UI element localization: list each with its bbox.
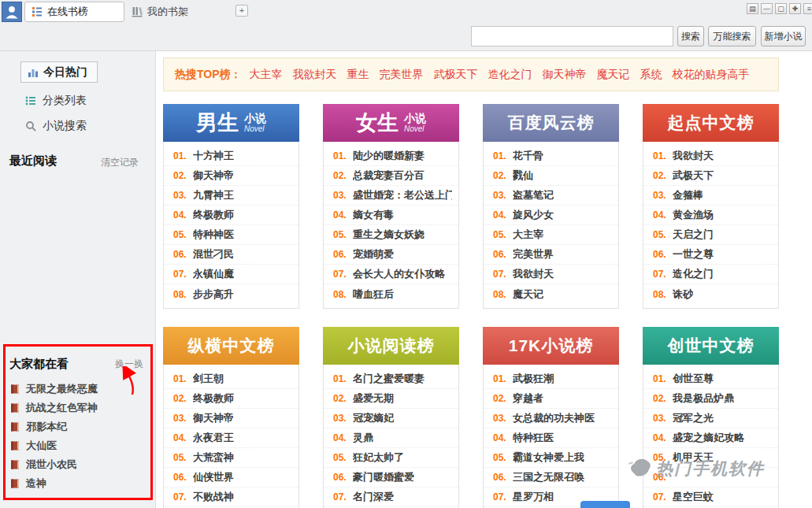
board-item[interactable]: 04.嫡女有毒 <box>324 206 458 225</box>
board-header[interactable]: 起点中文榜 <box>643 104 779 142</box>
board-item[interactable]: 04.旋风少女 <box>484 206 618 225</box>
board-item[interactable]: 01.陆少的暖婚新妻 <box>324 146 458 166</box>
book-title[interactable]: 魔天记 <box>513 287 543 302</box>
book-title[interactable]: 名门深爱 <box>353 490 394 504</box>
book-row[interactable]: 邪影本纪 <box>9 417 150 436</box>
hot-keyword[interactable]: 魔天记 <box>597 68 630 82</box>
hot-keyword[interactable]: 御天神帝 <box>543 68 587 82</box>
book-title[interactable]: 戮仙 <box>513 169 533 183</box>
board-item[interactable]: 07.会长大人的女仆攻略 <box>324 265 458 284</box>
book-title[interactable]: 天启之门 <box>673 228 714 242</box>
user-avatar[interactable] <box>2 2 22 22</box>
board-item[interactable]: 06.混世刁民 <box>164 245 298 265</box>
board-item[interactable]: 07.永镇仙魔 <box>164 265 298 284</box>
book-title[interactable]: 机甲天王 <box>673 451 714 465</box>
minimize-button[interactable]: — <box>761 3 773 14</box>
hot-keyword[interactable]: 大主宰 <box>250 68 283 82</box>
book-title[interactable]: 总裁宠妻百分百 <box>353 169 425 183</box>
add-window-button[interactable]: ✚ <box>789 3 801 14</box>
board-item[interactable]: 02.盛爱无期 <box>324 389 458 409</box>
book-title[interactable]: 重生之嫡女妖娆 <box>353 228 425 242</box>
board-item[interactable]: 01.创世至尊 <box>643 369 778 389</box>
board-header[interactable]: 百度风云榜 <box>483 104 619 142</box>
book-title[interactable]: 抗战之红色军神 <box>26 401 98 415</box>
board-header[interactable]: 女生 小说Novel <box>323 104 459 142</box>
board-item[interactable]: 04.黄金渔场 <box>643 206 778 225</box>
board-item[interactable]: 08.嗜血狂后 <box>324 284 458 304</box>
book-title[interactable]: 穿越者 <box>513 391 543 406</box>
board-item[interactable]: 02.戮仙 <box>484 166 618 186</box>
book-title[interactable]: 陆少的暖婚新妻 <box>353 149 425 163</box>
book-title[interactable]: 特种神医 <box>193 228 234 242</box>
board-item[interactable]: 03.盛世婚宠：老公送上门 <box>324 186 458 206</box>
board-item[interactable]: 01.我欲封天 <box>643 146 778 166</box>
board-item[interactable]: 08.魔天记 <box>484 284 618 304</box>
board-item[interactable]: 06.豪门暖婚蜜爱 <box>324 468 458 488</box>
board-item[interactable]: 03.金箍棒 <box>643 186 778 206</box>
book-title[interactable]: 永夜君王 <box>193 431 234 445</box>
book-title[interactable]: 步步高升 <box>193 287 234 302</box>
book-title[interactable]: 嗜血狂后 <box>353 287 394 302</box>
board-item[interactable]: 07.不败战神 <box>164 488 298 507</box>
book-row[interactable]: 抗战之红色军神 <box>9 399 150 417</box>
book-title[interactable]: 三国之无限召唤 <box>513 470 584 484</box>
board-item[interactable]: 06.宠婚萌爱 <box>324 245 458 265</box>
book-title[interactable]: 霸道女神爱上我 <box>513 451 584 465</box>
hot-keyword[interactable]: 校花的贴身高手 <box>673 68 750 82</box>
board-item[interactable]: 06.仙侠世界 <box>164 468 298 488</box>
search-input[interactable] <box>471 26 673 46</box>
book-title[interactable]: 我是极品炉鼎 <box>673 391 734 406</box>
board-item[interactable]: 05.重生之嫡女妖娆 <box>324 225 458 245</box>
board-item[interactable]: 07.我欲封天 <box>484 265 618 284</box>
book-title[interactable]: 无限之最终恶魔 <box>26 382 98 396</box>
board-header[interactable]: 17K小说榜 <box>483 327 619 365</box>
board-item[interactable]: 04.特种狂医 <box>484 428 618 448</box>
book-title[interactable]: 我欲封天 <box>513 267 554 281</box>
hot-keyword[interactable]: 系统 <box>640 68 662 82</box>
board-item[interactable]: 03.冠军之光 <box>643 409 778 428</box>
book-title[interactable]: 大荒蛮神 <box>193 451 234 465</box>
board-item[interactable]: 01.名门之蜜爱暖妻 <box>324 369 458 389</box>
search-button[interactable]: 搜索 <box>677 26 704 46</box>
book-title[interactable]: 星空巨蚊 <box>673 490 714 504</box>
book-title[interactable]: 大主宰 <box>513 228 543 242</box>
book-title[interactable]: 豪门暖婚蜜爱 <box>353 470 414 484</box>
maximize-button[interactable]: ▢ <box>775 3 787 14</box>
book-title[interactable]: 终极教师 <box>193 208 234 222</box>
book-title[interactable]: 完美世界 <box>513 247 554 261</box>
sidebar-item-novel-search[interactable]: 小说搜索 <box>25 119 87 133</box>
book-title[interactable]: 不败战神 <box>193 490 234 504</box>
add-novel-button[interactable]: 新增小说 <box>761 26 806 46</box>
book-title[interactable]: 武极狂潮 <box>513 372 554 386</box>
hot-keyword[interactable]: 完美世界 <box>380 68 424 82</box>
book-title[interactable]: 混世小农民 <box>26 458 77 472</box>
book-title[interactable]: 邪影本纪 <box>26 420 67 434</box>
board-item[interactable]: 05.大荒蛮神 <box>164 448 298 468</box>
board-item[interactable]: 04.终极教师 <box>164 206 298 225</box>
board-item[interactable]: 03.九霄神王 <box>164 186 298 206</box>
book-title[interactable]: 盛宠之嫡妃攻略 <box>673 431 744 445</box>
book-title[interactable]: 女总裁的功夫神医 <box>513 411 595 425</box>
sidebar-item-category-list[interactable]: 分类列表 <box>25 94 87 108</box>
book-row[interactable]: 造神 <box>9 474 150 493</box>
skin-icon[interactable]: ▤ <box>747 3 758 14</box>
book-title[interactable]: 灵鼎 <box>353 431 373 445</box>
clear-history-link[interactable]: 清空记录 <box>101 156 139 169</box>
board-item[interactable]: 07.星空巨蚊 <box>643 488 778 507</box>
board-item[interactable]: 06.完美世界 <box>484 245 618 265</box>
board-item[interactable]: 07.造化之门 <box>643 265 778 284</box>
book-title[interactable]: 诛砂 <box>673 287 693 302</box>
board-item[interactable]: 06.三国之无限召唤 <box>484 468 618 488</box>
board-item[interactable]: 01.武极狂潮 <box>484 369 618 389</box>
book-title[interactable]: 九霄神王 <box>193 188 234 202</box>
board-item[interactable]: 03.女总裁的功夫神医 <box>484 409 618 428</box>
board-item[interactable]: 03.御天神帝 <box>164 409 298 428</box>
hot-keyword[interactable]: 重生 <box>347 68 369 82</box>
tab-online-rankings[interactable]: 在线书榜 <box>24 2 124 22</box>
board-item[interactable]: 04.永夜君王 <box>164 428 298 448</box>
board-item[interactable]: 05.天启之门 <box>643 225 778 245</box>
board-item[interactable]: 04.灵鼎 <box>324 428 458 448</box>
book-title[interactable]: 造神 <box>26 476 46 491</box>
book-title[interactable]: 混世刁民 <box>193 247 234 261</box>
sidebar-item-hot-today[interactable]: 今日热门 <box>20 61 98 83</box>
